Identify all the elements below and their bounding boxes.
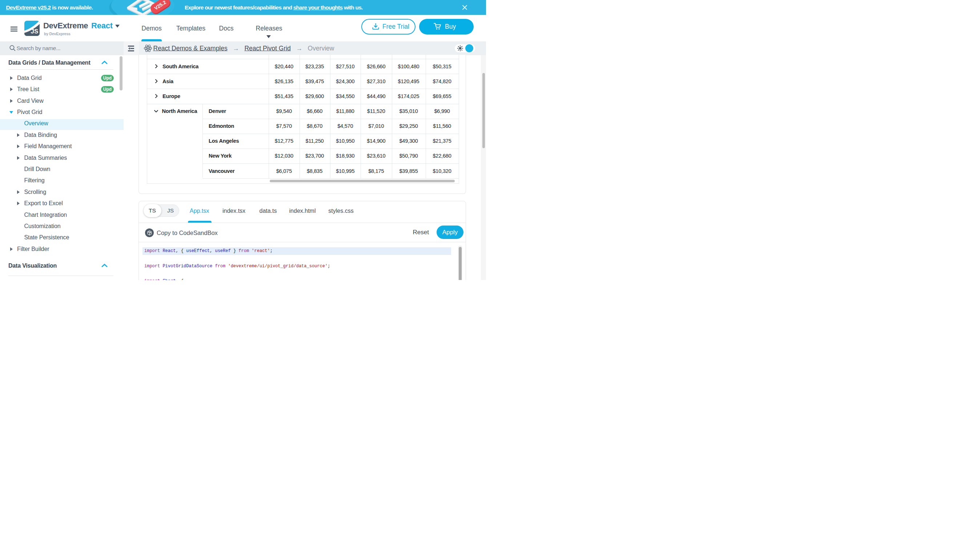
svg-text:JS: JS	[31, 28, 38, 35]
